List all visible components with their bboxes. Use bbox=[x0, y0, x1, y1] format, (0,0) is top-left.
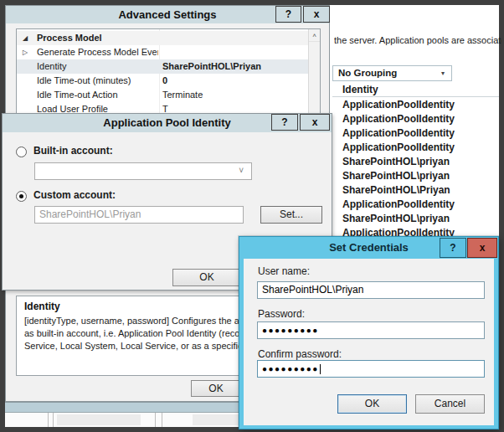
set-credentials-body: User name: SharePointHOL\Priyan Password… bbox=[244, 259, 494, 425]
list-item[interactable]: ApplicationPoolIdentity bbox=[332, 141, 499, 155]
custom-account-field[interactable]: SharePointHOL\Priyan bbox=[34, 206, 244, 224]
apppools-page-description: the server. Application pools are associ… bbox=[334, 35, 501, 45]
list-item[interactable]: ApplicationPoolIdentity bbox=[332, 98, 499, 112]
ok-button[interactable]: OK bbox=[191, 380, 241, 397]
chevron-down-icon: ˅ bbox=[239, 166, 244, 175]
statusbar-divider bbox=[162, 413, 162, 427]
expanded-triangle-icon[interactable]: ◢ bbox=[23, 31, 34, 45]
scroll-up-arrow-icon[interactable]: ˄ bbox=[309, 29, 320, 42]
close-button[interactable]: x bbox=[303, 6, 330, 23]
statusbar-divider bbox=[53, 413, 54, 427]
confirm-password-label: Confirm password: bbox=[258, 348, 342, 360]
username-input[interactable]: SharePointHOL\Priyan bbox=[257, 281, 485, 299]
radio-selected-dot bbox=[19, 194, 23, 198]
list-item[interactable]: ApplicationPoolIdentity bbox=[332, 126, 499, 141]
list-item[interactable]: SharePointHOL\priyan bbox=[332, 169, 499, 183]
settings-grid-rows: ◢Process Model▷Generate Process Model Ev… bbox=[17, 31, 308, 116]
close-button[interactable]: x bbox=[300, 114, 330, 131]
list-item[interactable]: ApplicationPoolIdentity bbox=[332, 112, 499, 126]
setting-name: Generate Process Model Event L bbox=[37, 45, 158, 59]
ok-button[interactable]: OK bbox=[337, 394, 407, 414]
setting-value[interactable]: Terminate bbox=[162, 88, 203, 102]
username-label: User name: bbox=[258, 265, 310, 277]
set-button[interactable]: Set... bbox=[260, 206, 322, 224]
collapsed-triangle-icon[interactable]: ▷ bbox=[23, 45, 34, 59]
identity-column-header[interactable]: Identity bbox=[332, 83, 499, 97]
custom-account-label: Custom account: bbox=[33, 189, 116, 201]
setting-name: Identity bbox=[37, 59, 158, 74]
builtin-account-label: Built-in account: bbox=[33, 145, 113, 157]
builtin-account-radio[interactable] bbox=[16, 147, 27, 157]
settings-grid-row[interactable]: ◢Process Model bbox=[17, 31, 308, 45]
cancel-button[interactable]: Cancel bbox=[415, 394, 485, 414]
statusbar-divider bbox=[48, 413, 49, 427]
list-item[interactable]: SharePointHOL\priyan bbox=[332, 155, 499, 169]
help-button[interactable]: ? bbox=[440, 238, 466, 258]
apppools-identity-list: ApplicationPoolIdentityApplicationPoolId… bbox=[332, 98, 499, 240]
statusbar-segment bbox=[57, 414, 141, 425]
list-item[interactable]: SharePointHOL\priyan bbox=[332, 212, 499, 226]
close-button[interactable]: x bbox=[467, 238, 497, 258]
confirm-password-input[interactable]: ●●●●●●●●● bbox=[257, 360, 485, 378]
ok-button[interactable]: OK bbox=[172, 269, 241, 286]
grouping-dropdown-value: No Grouping bbox=[338, 68, 397, 78]
chevron-down-icon: ▾ bbox=[441, 69, 445, 77]
settings-grid-row[interactable]: Idle Time-out ActionTerminate bbox=[17, 88, 308, 102]
grouping-dropdown[interactable]: No Grouping ▾ bbox=[332, 65, 452, 81]
setting-name: Idle Time-out (minutes) bbox=[37, 74, 158, 88]
setting-name: Idle Time-out Action bbox=[37, 88, 158, 102]
help-button[interactable]: ? bbox=[275, 6, 301, 23]
list-item[interactable]: SharePointHOL\Priyan bbox=[332, 183, 499, 198]
settings-grid-row[interactable]: ▷Generate Process Model Event L bbox=[17, 45, 308, 59]
help-button[interactable]: ? bbox=[271, 114, 298, 131]
builtin-account-select[interactable]: ˅ bbox=[34, 162, 252, 180]
password-label: Password: bbox=[258, 308, 305, 320]
setting-value[interactable]: SharePointHOL\Priyan bbox=[162, 59, 261, 74]
screenshot-frame: the server. Application pools are associ… bbox=[0, 0, 504, 432]
setting-name: Process Model bbox=[37, 31, 158, 45]
text-caret bbox=[320, 364, 321, 374]
settings-grid-row[interactable]: Idle Time-out (minutes)0 bbox=[17, 74, 308, 88]
custom-account-radio[interactable] bbox=[16, 191, 27, 202]
set-credentials-dialog: Set Credentials ? x User name: SharePoin… bbox=[239, 236, 499, 429]
statusbar-divider bbox=[155, 413, 156, 427]
settings-grid-row[interactable]: IdentitySharePointHOL\Priyan bbox=[17, 59, 308, 74]
list-item[interactable]: ApplicationPoolIdentity bbox=[332, 198, 499, 212]
setting-value[interactable]: 0 bbox=[162, 74, 167, 88]
password-input[interactable]: ●●●●●●●●● bbox=[257, 321, 485, 339]
